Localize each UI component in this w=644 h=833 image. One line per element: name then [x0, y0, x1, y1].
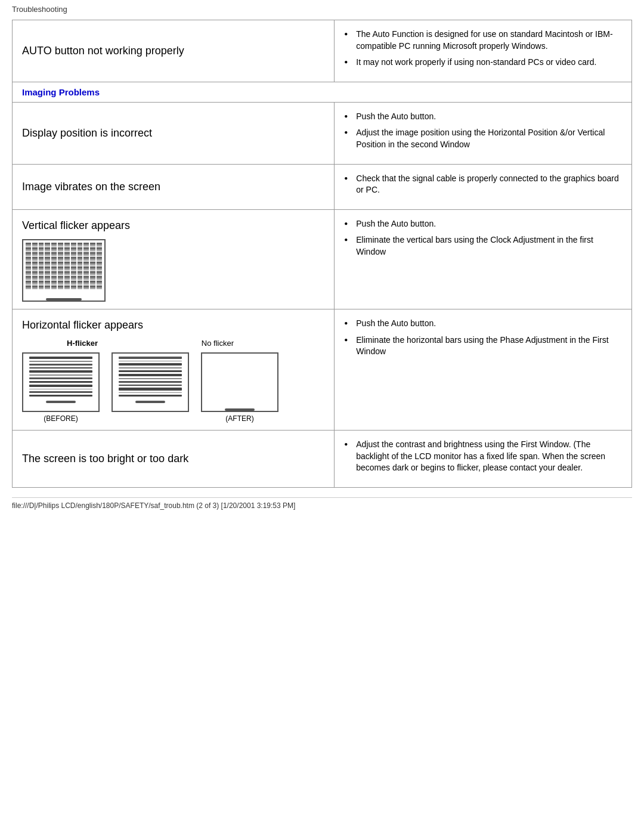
h-bar: [119, 392, 182, 394]
main-table: AUTO button not working properly The Aut…: [12, 20, 632, 488]
page-wrapper: Troubleshooting AUTO button not working …: [0, 0, 644, 522]
hflicker-monitor-before2: [112, 352, 189, 412]
vertical-bars-graphic: [23, 240, 104, 292]
h-bar: [119, 378, 182, 379]
problem-text: Image vibrates on the screen: [22, 181, 160, 193]
h-bar: [29, 395, 92, 396]
v-bar: [32, 243, 38, 289]
table-row: Horizontal flicker appears H-flicker No …: [13, 309, 632, 430]
problem-cell: Vertical flicker appears: [13, 209, 335, 309]
h-bar: [119, 381, 182, 383]
h-bar: [29, 364, 92, 366]
v-bar: [64, 243, 70, 289]
list-item: Adjust the image position using the Hori…: [344, 127, 622, 150]
h-bar: [119, 357, 182, 358]
h-bar: [29, 381, 92, 382]
h-bar: [119, 374, 182, 376]
v-bar: [71, 243, 76, 289]
v-bar: [51, 243, 57, 289]
after-label: (AFTER): [225, 414, 253, 423]
monitor-stand2: [113, 400, 188, 403]
stand-base: [46, 298, 82, 301]
h-bar: [119, 361, 182, 362]
h-bar: [119, 363, 182, 366]
problem-cell: Image vibrates on the screen: [13, 164, 335, 209]
bullet-list: Push the Auto button. Adjust the image p…: [344, 111, 622, 151]
h-bar: [29, 389, 92, 390]
v-bar: [45, 243, 50, 289]
problem-cell: Display position is incorrect: [13, 102, 335, 164]
h-bar: [29, 370, 92, 373]
solution-cell: Adjust the contrast and brightness using…: [335, 431, 632, 488]
v-bar: [58, 243, 63, 289]
bullet-list: Push the Auto button. Eliminate the vert…: [344, 218, 622, 258]
h-bar: [119, 388, 182, 390]
hflicker-monitor-before: [22, 352, 100, 412]
list-item: Adjust the contrast and brightness using…: [344, 439, 622, 474]
problem-text: Display position is incorrect: [22, 127, 152, 139]
hflicker-container: H-flicker No flicker: [22, 339, 324, 423]
breadcrumb: Troubleshooting: [12, 5, 632, 14]
h-bar: [29, 357, 92, 359]
monitor-stand2: [202, 407, 277, 411]
vertical-flicker-image: [22, 239, 106, 302]
list-item: Push the Auto button.: [344, 318, 622, 330]
list-item: Eliminate the horizontal bars using the …: [344, 335, 622, 358]
solution-cell: Push the Auto button. Eliminate the vert…: [335, 209, 632, 309]
bullet-list: Check that the signal cable is properly …: [344, 173, 622, 196]
noflicker-monitor: [201, 352, 278, 412]
problem-text: Vertical flicker appears: [22, 219, 130, 231]
hflicker-label: H-flicker: [67, 339, 98, 348]
v-bar: [90, 243, 95, 289]
bullet-list: Push the Auto button. Eliminate the hori…: [344, 318, 622, 358]
monitor-stand: [23, 292, 104, 301]
noflicker-label: No flicker: [202, 339, 234, 350]
problem-cell: AUTO button not working properly: [13, 20, 335, 82]
horizontal-bars-graphic2: [113, 354, 188, 400]
h-bar: [119, 367, 182, 368]
table-row: Display position is incorrect Push the A…: [13, 102, 632, 164]
stand2-base: [225, 408, 255, 411]
bullet-list: Adjust the contrast and brightness using…: [344, 439, 622, 474]
hflicker-col-before: H-flicker No flicker: [22, 339, 278, 423]
table-row: The screen is too bright or too dark Adj…: [13, 431, 632, 488]
list-item: Push the Auto button.: [344, 218, 622, 230]
before-label: (BEFORE): [44, 414, 78, 423]
stand2-base: [135, 401, 165, 403]
list-item: Check that the signal cable is properly …: [344, 173, 622, 196]
section-header-cell: Imaging Problems: [13, 82, 632, 102]
h-bar: [119, 395, 182, 397]
v-bar: [83, 243, 89, 289]
h-bar: [29, 391, 92, 393]
v-bar: [97, 243, 102, 289]
stand2-base: [46, 401, 76, 403]
table-row: AUTO button not working properly The Aut…: [13, 20, 632, 82]
h-bar: [29, 385, 92, 387]
h-bar: [29, 367, 92, 368]
section-header: Imaging Problems: [22, 87, 100, 97]
monitor-stand2: [23, 400, 98, 403]
v-bar: [78, 243, 83, 289]
list-item: It may not work properly if using non-st…: [344, 57, 622, 69]
horizontal-bars-graphic: [23, 354, 98, 400]
table-row: Image vibrates on the screen Check that …: [13, 164, 632, 209]
list-item: Eliminate the vertical bars using the Cl…: [344, 234, 622, 258]
problem-cell: Horizontal flicker appears H-flicker No …: [13, 309, 335, 430]
solution-cell: The Auto Function is designed for use on…: [335, 20, 632, 82]
footer: file:///D|/Philips LCD/english/180P/SAFE…: [12, 497, 632, 510]
problem-text: The screen is too bright or too dark: [22, 453, 188, 465]
list-item: The Auto Function is designed for use on…: [344, 29, 622, 52]
solution-cell: Push the Auto button. Adjust the image p…: [335, 102, 632, 164]
h-bar: [29, 361, 92, 362]
problem-text: Horizontal flicker appears: [22, 319, 143, 331]
h-bar: [29, 377, 92, 379]
problem-text: AUTO button not working properly: [22, 45, 184, 57]
v-bar: [26, 243, 31, 289]
solution-cell: Push the Auto button. Eliminate the hori…: [335, 309, 632, 430]
solution-cell: Check that the signal cable is properly …: [335, 164, 632, 209]
bullet-list: The Auto Function is designed for use on…: [344, 29, 622, 69]
h-bar: [119, 370, 182, 372]
v-bar: [39, 243, 44, 289]
problem-cell: The screen is too bright or too dark: [13, 431, 335, 488]
section-header-row: Imaging Problems: [13, 82, 632, 102]
